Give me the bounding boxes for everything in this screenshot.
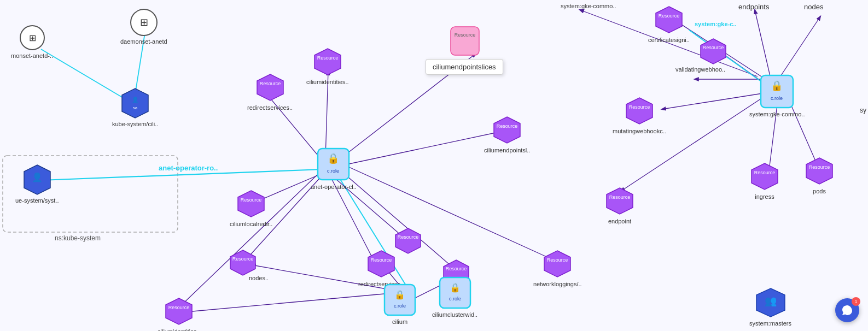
node-res-ciliumidentities-b[interactable]: Resource ciliumidentities.. — [158, 296, 200, 331]
node-label-anet-operator: anet-operator-cl.. — [311, 184, 357, 190]
svg-marker-42 — [607, 188, 633, 214]
node-res-ciliumlocalredir[interactable]: Resource ciliumlocalredir.. — [230, 188, 272, 227]
svg-text:Resource: Resource — [398, 234, 419, 240]
svg-text:Resource: Resource — [370, 257, 392, 263]
node-res-certificatesigni[interactable]: Resource certificatesigni.. — [648, 4, 690, 43]
svg-text:👥: 👥 — [765, 295, 777, 307]
node-user[interactable]: 👤 ue-system/syst.. — [15, 164, 59, 204]
svg-text:🔒: 🔒 — [771, 80, 783, 92]
node-res-pods[interactable]: Resource pods — [804, 156, 835, 194]
node-res-ciliumendpointsl[interactable]: Resource ciliumendpointsl.. — [484, 115, 530, 153]
node-daemonset-anetd[interactable]: ⊞ daemonset-anetd — [120, 8, 167, 45]
node-label-res10: ciliumidentities.. — [158, 328, 200, 331]
node-label-cilium: cilium — [392, 318, 407, 325]
node-res14[interactable]: Resource — [699, 37, 727, 66]
ns-label: ns:kube-system — [55, 234, 101, 242]
svg-marker-30 — [166, 298, 192, 324]
svg-text:👤: 👤 — [32, 172, 43, 182]
node-label-sa-kube: kube-system/cili.. — [112, 121, 158, 127]
svg-text:Resource: Resource — [497, 123, 518, 129]
node-label-endpoint: endpoint — [608, 218, 631, 224]
svg-marker-17 — [238, 191, 264, 217]
node-res-redirectservices[interactable]: Resource redirectservices.. — [247, 72, 293, 111]
svg-text:Resource: Resource — [609, 194, 631, 200]
svg-marker-15 — [494, 117, 520, 143]
node-label-res11: networkloggings/.. — [533, 281, 582, 287]
node-label-pods: pods — [813, 188, 826, 194]
svg-marker-26 — [368, 251, 394, 277]
tooltip-ciliumendpointslices: ciliumendpointslices — [426, 59, 503, 75]
edge-cil4 — [180, 292, 402, 312]
svg-text:🔒: 🔒 — [394, 289, 405, 300]
node-anet-operator[interactable]: 🔒 c.role anet-operator-cl.. — [311, 146, 357, 190]
node-ciliumclusterwid[interactable]: 🔒 c.role ciliumclusterwid.. — [432, 276, 477, 318]
anet-link-label: anet-operator-ro.. — [159, 164, 218, 172]
svg-text:Resource: Resource — [703, 45, 724, 50]
node-label-certificatesigni: certificatesigni.. — [648, 37, 690, 43]
svg-text:Resource: Resource — [629, 104, 650, 110]
node-label-daemonset-anetd: daemonset-anetd — [120, 38, 167, 45]
svg-text:c.role: c.role — [394, 303, 406, 309]
svg-text:Resource: Resource — [232, 256, 254, 262]
svg-text:Resource: Resource — [754, 170, 776, 175]
edge-r7 — [755, 10, 771, 81]
node-label-group-masters: system:masters — [749, 320, 791, 327]
svg-text:Resource: Resource — [809, 164, 830, 170]
node-res-ciliumidentities-top[interactable]: Resource ciliumidentities.. — [306, 46, 349, 85]
node-res-mutatingwebhook[interactable]: Resource mutatingwebhookc.. — [613, 96, 666, 134]
svg-text:c.role: c.role — [771, 96, 783, 101]
svg-text:👤: 👤 — [132, 96, 139, 103]
node-label-daemonset-left: monset-anetd-.. — [11, 52, 53, 59]
svg-marker-44 — [656, 7, 682, 33]
svg-text:c.role: c.role — [449, 296, 461, 302]
svg-text:Resource: Resource — [317, 55, 339, 61]
svg-marker-28 — [230, 250, 255, 275]
svg-marker-9 — [257, 74, 283, 101]
edge-r6 — [777, 16, 820, 82]
svg-marker-51 — [752, 163, 778, 190]
svg-rect-13 — [451, 27, 479, 55]
svg-text:Resource: Resource — [168, 305, 190, 310]
node-label-res5: ciliumlocalredir.. — [230, 221, 272, 227]
svg-marker-11 — [314, 49, 341, 75]
node-label-res4: ciliumendpointsl.. — [484, 147, 530, 153]
svg-text:Resource: Resource — [446, 266, 467, 271]
node-res-ingress[interactable]: Resource ingress — [749, 161, 780, 200]
svg-text:c.role: c.role — [327, 168, 339, 174]
svg-text:⊞: ⊞ — [139, 17, 148, 28]
svg-text:sa: sa — [133, 105, 138, 110]
node-res-networkloggings[interactable]: Resource networkloggings/.. — [533, 249, 582, 287]
svg-rect-32 — [385, 285, 415, 315]
node-system-gke-crole[interactable]: 🔒 c.role system:gke-commo.. — [749, 74, 805, 117]
node-sa-kube[interactable]: 👤 sa kube-system/cili.. — [112, 87, 158, 127]
node-res-ciliumendpointslices[interactable]: Resource — [448, 25, 481, 59]
svg-text:⊞: ⊞ — [28, 33, 36, 43]
svg-marker-4 — [122, 88, 148, 118]
chat-button[interactable]: 1 — [835, 298, 859, 322]
node-label-ciliumclusterwid: ciliumclusterwid.. — [432, 311, 477, 318]
edge4 — [336, 131, 503, 167]
svg-marker-46 — [701, 39, 726, 64]
node-label-res1: redirectservices.. — [247, 104, 293, 111]
node-label-user: ue-system/syst.. — [15, 197, 59, 204]
node-label-mutatingwebhook: mutatingwebhookc.. — [613, 128, 666, 134]
svg-text:Resource: Resource — [259, 81, 281, 86]
node-daemonset-left[interactable]: ⊞ monset-anetd-.. — [11, 25, 53, 59]
svg-text:Resource: Resource — [547, 257, 568, 263]
node-group-masters[interactable]: 👥 system:masters — [749, 287, 791, 327]
node-nodes: nodes — [804, 1, 823, 11]
node-cilium[interactable]: 🔒 c.role cilium — [383, 283, 417, 325]
svg-text:🔒: 🔒 — [450, 282, 461, 293]
node-endpoints: endpoints — [738, 1, 769, 11]
node-res-endpoint[interactable]: Resource endpoint — [604, 186, 635, 224]
node-nodes-label: nodes.. — [249, 273, 269, 281]
svg-text:🔒: 🔒 — [327, 152, 340, 164]
node-validatingwebhoo: validatingwebhoo.. — [675, 64, 725, 73]
svg-marker-53 — [806, 158, 832, 184]
svg-text:Resource: Resource — [241, 197, 262, 203]
svg-marker-40 — [626, 98, 653, 124]
svg-text:Resource: Resource — [455, 32, 476, 38]
node-res-redirectservices-b[interactable]: Resource redirectservices.. — [358, 249, 404, 287]
sys-partial: sy — [860, 107, 866, 114]
node-label-system-gke-crole: system:gke-commo.. — [749, 111, 805, 117]
